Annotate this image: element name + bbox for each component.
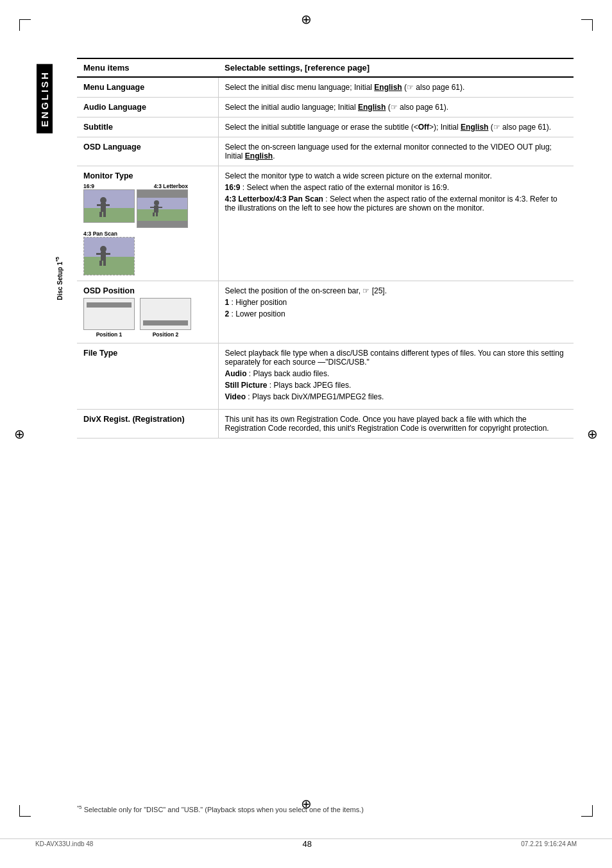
item-osd-language: OSD Language [77, 137, 218, 166]
table-row: File Type Select playback file type when… [77, 343, 574, 410]
osd-position-illustrations: Position 1 Position 2 [83, 298, 212, 338]
table-row: Audio Language Select the initial audio … [77, 98, 574, 117]
table-row: OSD Language Select the on-screen langua… [77, 137, 574, 166]
crosshair-left-icon: ⊕ [14, 426, 25, 442]
svg-rect-17 [153, 213, 155, 216]
osd-position2-label: Position 2 [140, 331, 191, 338]
osd-position2-box [140, 298, 191, 330]
table-row: DivX Regist. (Registration) This unit ha… [77, 410, 574, 438]
initial-value: English [358, 103, 386, 112]
footer-right: 07.2.21 9:16:24 AM [521, 840, 577, 847]
svg-rect-8 [103, 212, 106, 217]
desc-menu-language: Select the initial disc menu language; I… [218, 77, 574, 98]
monitor-43p-label: 4:3 Pan Scan [83, 230, 212, 237]
initial-value: English [245, 152, 273, 161]
svg-rect-24 [96, 253, 101, 255]
item-audio-language: Audio Language [77, 98, 218, 117]
desc-subtitle: Select the initial subtitle language or … [218, 117, 574, 137]
svg-rect-2 [84, 208, 135, 223]
initial-value: English [374, 83, 402, 92]
monitor-169-box [83, 189, 135, 223]
osd-position1-container: Position 1 [83, 298, 135, 338]
svg-rect-4 [101, 203, 106, 212]
col1-header: Menu items [77, 58, 218, 77]
svg-rect-12 [137, 209, 188, 221]
svg-rect-11 [137, 198, 188, 209]
svg-rect-6 [105, 204, 110, 206]
settings-table: Menu items Selectable settings, [referen… [77, 58, 574, 438]
item-subtitle: Subtitle [77, 117, 218, 137]
svg-rect-14 [154, 205, 158, 213]
footer-left: KD-AVX33U.indb 48 [35, 840, 93, 847]
svg-rect-18 [156, 213, 158, 216]
svg-rect-16 [158, 207, 162, 208]
monitor-169-label: 16:9 [83, 183, 94, 189]
osd-position-label: OSD Position [83, 286, 212, 295]
monitor-43l-label-top: 4:3 Letterbox [154, 183, 188, 189]
table-row: Monitor Type 16:9 4:3 Letterbox [77, 166, 574, 281]
monitor-169-svg [84, 190, 135, 223]
svg-rect-21 [84, 257, 135, 275]
osd-position2-container: Position 2 [140, 298, 191, 338]
osd-position1-box [83, 298, 135, 330]
osd-bar-bottom [143, 320, 188, 326]
item-osd-position: OSD Position Position 1 Posi [77, 281, 218, 343]
monitor-type-label: Monitor Type [83, 171, 212, 180]
svg-rect-5 [97, 204, 101, 206]
footnote-sup: *5 [77, 804, 82, 810]
svg-rect-23 [101, 252, 106, 261]
desc-divx-regist: This unit has its own Registration Code.… [218, 410, 574, 438]
desc-file-type: Select playback file type when a disc/US… [218, 343, 574, 410]
svg-point-13 [154, 200, 159, 205]
item-file-type: File Type [77, 343, 218, 410]
main-content: Menu items Selectable settings, [referen… [77, 58, 574, 791]
monitor-43l-box [137, 189, 188, 228]
crosshair-right-icon: ⊕ [587, 426, 598, 442]
item-divx-regist: DivX Regist. (Registration) [77, 410, 218, 438]
item-menu-language: Menu Language [77, 77, 218, 98]
footer: KD-AVX33U.indb 48 48 07.2.21 9:16:24 AM [0, 838, 612, 849]
english-label: ENGLISH [37, 64, 53, 134]
svg-point-3 [100, 197, 106, 204]
table-row: Menu Language Select the initial disc me… [77, 77, 574, 98]
svg-rect-25 [106, 253, 110, 255]
item-monitor-type: Monitor Type 16:9 4:3 Letterbox [77, 166, 218, 281]
desc-osd-language: Select the on-screen language used for t… [218, 137, 574, 166]
desc-monitor-type: Select the monitor type to watch a wide … [218, 166, 574, 281]
monitor-43p-svg [84, 238, 135, 275]
monitor-169-container: 16:9 4:3 Letterbox [83, 183, 188, 228]
desc-osd-position: Select the position of the on-screen bar… [218, 281, 574, 343]
table-row: OSD Position Position 1 Posi [77, 281, 574, 343]
footnote: *5 Selectable only for "DISC" and "USB."… [77, 804, 574, 813]
crosshair-top-icon: ⊕ [301, 12, 312, 27]
svg-rect-26 [99, 261, 102, 266]
footnote-text: Selectable only for "DISC" and "USB." (P… [84, 806, 364, 813]
table-row: Subtitle Select the initial subtitle lan… [77, 117, 574, 137]
svg-rect-15 [150, 207, 154, 208]
svg-rect-7 [99, 212, 102, 217]
monitor-illustrations: 16:9 4:3 Letterbox [83, 183, 212, 228]
monitor-43p-container: 4:3 Pan Scan [83, 230, 212, 275]
monitor-43l-svg [137, 190, 188, 228]
svg-rect-27 [103, 261, 106, 266]
page-number: 48 [303, 839, 312, 849]
desc-audio-language: Select the initial audio language; Initi… [218, 98, 574, 117]
svg-point-22 [100, 246, 106, 252]
monitor-43p-box [83, 237, 135, 275]
osd-bar-top [87, 302, 132, 308]
initial-value: English [461, 123, 488, 132]
sidebar: ENGLISH [35, 64, 53, 501]
col2-header: Selectable settings, [reference page] [218, 58, 574, 77]
disc-setup-label: Disc Setup 1*5 [55, 257, 64, 300]
osd-position1-label: Position 1 [83, 331, 135, 338]
